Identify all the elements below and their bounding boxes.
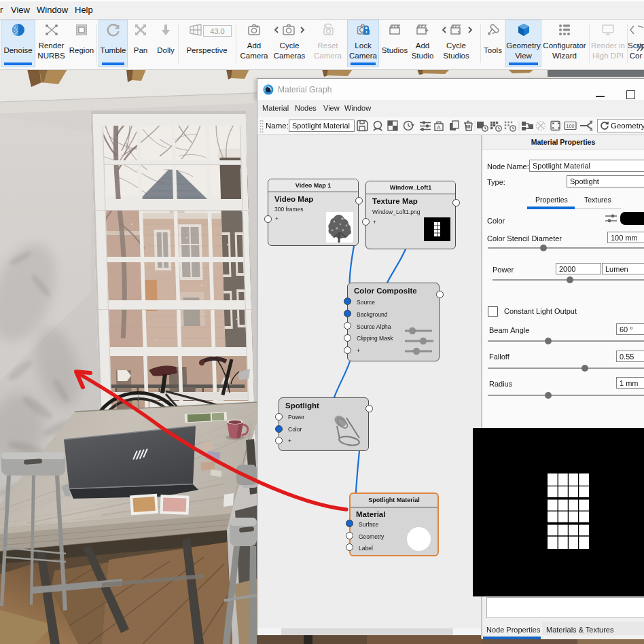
- svg-text:100: 100: [566, 123, 575, 129]
- svg-text:A: A: [437, 124, 441, 130]
